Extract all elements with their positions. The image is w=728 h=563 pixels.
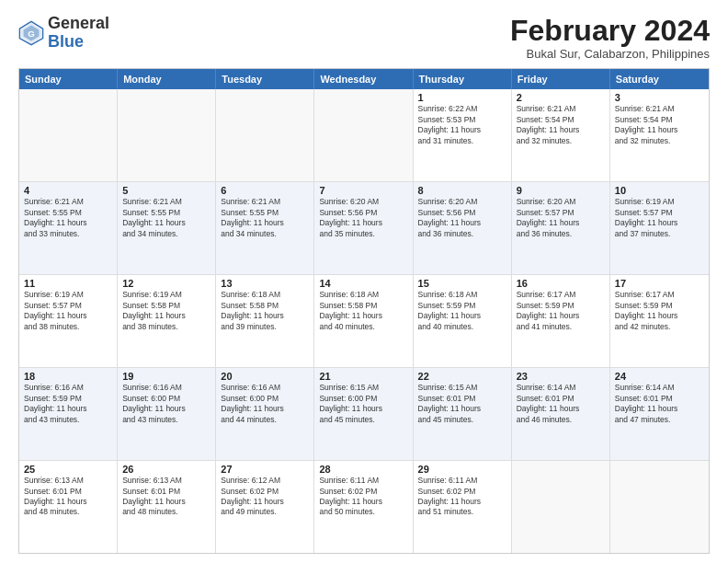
header: G General Blue February 2024 Bukal Sur, … bbox=[18, 15, 710, 61]
day-info: Sunrise: 6:16 AMSunset: 5:59 PMDaylight:… bbox=[24, 383, 112, 425]
calendar-day-9: 9Sunrise: 6:20 AMSunset: 5:57 PMDaylight… bbox=[512, 182, 610, 274]
day-info: Sunrise: 6:11 AMSunset: 6:02 PMDaylight:… bbox=[418, 476, 506, 518]
day-number: 15 bbox=[418, 278, 506, 289]
day-info: Sunrise: 6:19 AMSunset: 5:57 PMDaylight:… bbox=[615, 197, 704, 239]
calendar-day-28: 28Sunrise: 6:11 AMSunset: 6:02 PMDayligh… bbox=[314, 461, 413, 553]
calendar-week-0: 1Sunrise: 6:22 AMSunset: 5:53 PMDaylight… bbox=[19, 89, 709, 181]
day-info: Sunrise: 6:18 AMSunset: 5:58 PMDaylight:… bbox=[221, 290, 309, 332]
header-day-tuesday: Tuesday bbox=[216, 69, 314, 89]
day-number: 29 bbox=[418, 464, 506, 475]
calendar-day-26: 26Sunrise: 6:13 AMSunset: 6:01 PMDayligh… bbox=[118, 461, 216, 553]
day-number: 23 bbox=[517, 371, 605, 382]
day-number: 2 bbox=[517, 92, 605, 103]
calendar-day-12: 12Sunrise: 6:19 AMSunset: 5:58 PMDayligh… bbox=[118, 275, 216, 367]
day-number: 7 bbox=[319, 185, 407, 196]
day-info: Sunrise: 6:17 AMSunset: 5:59 PMDaylight:… bbox=[517, 290, 605, 332]
calendar-day-20: 20Sunrise: 6:16 AMSunset: 6:00 PMDayligh… bbox=[216, 368, 314, 460]
calendar-day-13: 13Sunrise: 6:18 AMSunset: 5:58 PMDayligh… bbox=[216, 275, 314, 367]
day-number: 8 bbox=[418, 185, 506, 196]
calendar-day-29: 29Sunrise: 6:11 AMSunset: 6:02 PMDayligh… bbox=[414, 461, 512, 553]
day-info: Sunrise: 6:17 AMSunset: 5:59 PMDaylight:… bbox=[615, 290, 704, 332]
day-number: 24 bbox=[615, 371, 704, 382]
calendar-day-3: 3Sunrise: 6:21 AMSunset: 5:54 PMDaylight… bbox=[610, 89, 709, 181]
day-info: Sunrise: 6:20 AMSunset: 5:56 PMDaylight:… bbox=[418, 197, 506, 239]
day-info: Sunrise: 6:21 AMSunset: 5:54 PMDaylight:… bbox=[615, 104, 704, 146]
calendar-day-5: 5Sunrise: 6:21 AMSunset: 5:55 PMDaylight… bbox=[118, 182, 216, 274]
calendar-week-3: 18Sunrise: 6:16 AMSunset: 5:59 PMDayligh… bbox=[19, 367, 709, 460]
calendar-day-24: 24Sunrise: 6:14 AMSunset: 6:01 PMDayligh… bbox=[610, 368, 709, 460]
day-number: 19 bbox=[122, 371, 210, 382]
day-info: Sunrise: 6:16 AMSunset: 6:00 PMDaylight:… bbox=[122, 383, 210, 425]
header-day-wednesday: Wednesday bbox=[314, 69, 413, 89]
calendar-day-15: 15Sunrise: 6:18 AMSunset: 5:59 PMDayligh… bbox=[414, 275, 512, 367]
month-title: February 2024 bbox=[510, 15, 710, 47]
day-number: 3 bbox=[615, 92, 704, 103]
calendar-day-10: 10Sunrise: 6:19 AMSunset: 5:57 PMDayligh… bbox=[610, 182, 709, 274]
day-info: Sunrise: 6:14 AMSunset: 6:01 PMDaylight:… bbox=[615, 383, 704, 425]
calendar-body: 1Sunrise: 6:22 AMSunset: 5:53 PMDaylight… bbox=[19, 89, 709, 553]
day-number: 1 bbox=[418, 92, 506, 103]
calendar-day-21: 21Sunrise: 6:15 AMSunset: 6:00 PMDayligh… bbox=[314, 368, 413, 460]
calendar-day-4: 4Sunrise: 6:21 AMSunset: 5:55 PMDaylight… bbox=[19, 182, 118, 274]
day-number: 21 bbox=[319, 371, 407, 382]
calendar-day-empty-0-0 bbox=[19, 89, 118, 181]
calendar: SundayMondayTuesdayWednesdayThursdayFrid… bbox=[18, 68, 710, 554]
day-info: Sunrise: 6:21 AMSunset: 5:55 PMDaylight:… bbox=[221, 197, 309, 239]
calendar-day-11: 11Sunrise: 6:19 AMSunset: 5:57 PMDayligh… bbox=[19, 275, 118, 367]
page: G General Blue February 2024 Bukal Sur, … bbox=[0, 0, 728, 563]
day-number: 26 bbox=[122, 464, 210, 475]
day-info: Sunrise: 6:15 AMSunset: 6:01 PMDaylight:… bbox=[418, 383, 506, 425]
header-day-friday: Friday bbox=[512, 69, 610, 89]
location-subtitle: Bukal Sur, Calabarzon, Philippines bbox=[510, 47, 710, 61]
header-day-saturday: Saturday bbox=[610, 69, 709, 89]
day-number: 6 bbox=[221, 185, 309, 196]
day-number: 10 bbox=[615, 185, 704, 196]
day-number: 27 bbox=[221, 464, 309, 475]
header-day-thursday: Thursday bbox=[414, 69, 512, 89]
day-number: 5 bbox=[122, 185, 210, 196]
logo: G General Blue bbox=[18, 15, 109, 52]
day-info: Sunrise: 6:18 AMSunset: 5:58 PMDaylight:… bbox=[319, 290, 407, 332]
day-info: Sunrise: 6:21 AMSunset: 5:54 PMDaylight:… bbox=[517, 104, 605, 146]
day-info: Sunrise: 6:13 AMSunset: 6:01 PMDaylight:… bbox=[24, 476, 112, 518]
calendar-day-empty-0-1 bbox=[118, 89, 216, 181]
calendar-day-23: 23Sunrise: 6:14 AMSunset: 6:01 PMDayligh… bbox=[512, 368, 610, 460]
day-number: 9 bbox=[517, 185, 605, 196]
day-number: 4 bbox=[24, 185, 112, 196]
day-number: 13 bbox=[221, 278, 309, 289]
day-info: Sunrise: 6:21 AMSunset: 5:55 PMDaylight:… bbox=[122, 197, 210, 239]
calendar-week-1: 4Sunrise: 6:21 AMSunset: 5:55 PMDaylight… bbox=[19, 181, 709, 274]
calendar-day-empty-0-3 bbox=[314, 89, 413, 181]
day-number: 16 bbox=[517, 278, 605, 289]
calendar-day-8: 8Sunrise: 6:20 AMSunset: 5:56 PMDaylight… bbox=[414, 182, 512, 274]
calendar-day-empty-4-6 bbox=[610, 461, 709, 553]
day-info: Sunrise: 6:21 AMSunset: 5:55 PMDaylight:… bbox=[24, 197, 112, 239]
calendar-day-18: 18Sunrise: 6:16 AMSunset: 5:59 PMDayligh… bbox=[19, 368, 118, 460]
logo-icon: G bbox=[18, 20, 44, 46]
day-info: Sunrise: 6:22 AMSunset: 5:53 PMDaylight:… bbox=[418, 104, 506, 146]
logo-blue: Blue bbox=[48, 33, 109, 52]
calendar-day-22: 22Sunrise: 6:15 AMSunset: 6:01 PMDayligh… bbox=[414, 368, 512, 460]
header-day-monday: Monday bbox=[118, 69, 216, 89]
logo-general: General bbox=[48, 15, 109, 33]
day-number: 11 bbox=[24, 278, 112, 289]
calendar-day-1: 1Sunrise: 6:22 AMSunset: 5:53 PMDaylight… bbox=[414, 89, 512, 181]
calendar-week-4: 25Sunrise: 6:13 AMSunset: 6:01 PMDayligh… bbox=[19, 460, 709, 553]
day-info: Sunrise: 6:19 AMSunset: 5:57 PMDaylight:… bbox=[24, 290, 112, 332]
calendar-day-16: 16Sunrise: 6:17 AMSunset: 5:59 PMDayligh… bbox=[512, 275, 610, 367]
day-info: Sunrise: 6:13 AMSunset: 6:01 PMDaylight:… bbox=[122, 476, 210, 518]
header-day-sunday: Sunday bbox=[19, 69, 118, 89]
calendar-day-empty-4-5 bbox=[512, 461, 610, 553]
calendar-day-27: 27Sunrise: 6:12 AMSunset: 6:02 PMDayligh… bbox=[216, 461, 314, 553]
calendar-day-19: 19Sunrise: 6:16 AMSunset: 6:00 PMDayligh… bbox=[118, 368, 216, 460]
calendar-day-2: 2Sunrise: 6:21 AMSunset: 5:54 PMDaylight… bbox=[512, 89, 610, 181]
day-info: Sunrise: 6:16 AMSunset: 6:00 PMDaylight:… bbox=[221, 383, 309, 425]
day-number: 28 bbox=[319, 464, 407, 475]
calendar-day-17: 17Sunrise: 6:17 AMSunset: 5:59 PMDayligh… bbox=[610, 275, 709, 367]
day-number: 18 bbox=[24, 371, 112, 382]
day-number: 22 bbox=[418, 371, 506, 382]
calendar-header: SundayMondayTuesdayWednesdayThursdayFrid… bbox=[19, 69, 709, 89]
day-number: 25 bbox=[24, 464, 112, 475]
day-info: Sunrise: 6:15 AMSunset: 6:00 PMDaylight:… bbox=[319, 383, 407, 425]
day-info: Sunrise: 6:18 AMSunset: 5:59 PMDaylight:… bbox=[418, 290, 506, 332]
